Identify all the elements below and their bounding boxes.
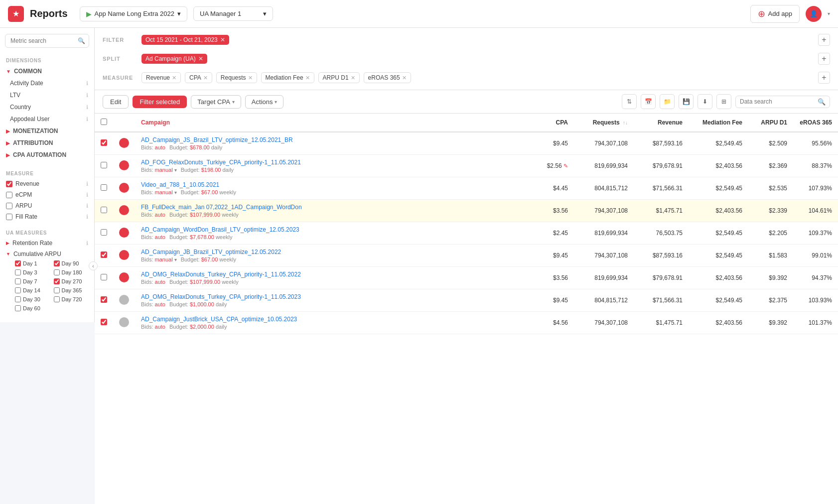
toggle-button[interactable]	[119, 183, 129, 193]
day-30-item[interactable]: Day 30	[15, 295, 50, 303]
data-search-input[interactable]	[740, 98, 815, 105]
campaign-name[interactable]: Video_ad_788_1_10.05.2021	[141, 181, 528, 188]
toggle-button[interactable]	[119, 250, 129, 260]
row-checkbox-cell[interactable]	[95, 155, 113, 177]
close-icon[interactable]: ✕	[198, 55, 203, 62]
sidebar-item-country[interactable]: Country ℹ	[0, 101, 94, 113]
row-checkbox-cell[interactable]	[95, 245, 113, 267]
split-add-button[interactable]: +	[818, 53, 830, 65]
day-365-item[interactable]: Day 365	[54, 286, 89, 294]
retention-header[interactable]: ▶ Retention Rate ℹ	[6, 240, 88, 247]
row-checkbox-cell[interactable]	[95, 267, 113, 289]
day-720-item[interactable]: Day 720	[54, 295, 89, 303]
toggle-button[interactable]	[119, 272, 129, 282]
campaign-name[interactable]: AD_OMG_RelaxDonuts_Turkey_CPA_priority-1…	[141, 293, 528, 300]
toggle-button[interactable]	[119, 295, 129, 305]
row-checkbox-cell[interactable]	[95, 132, 113, 155]
row-checkbox-cell[interactable]	[95, 200, 113, 222]
toggle-button[interactable]	[119, 160, 129, 170]
row-toggle-cell[interactable]	[113, 155, 135, 177]
row-checkbox-cell[interactable]	[95, 222, 113, 245]
sidebar-measure-arpu[interactable]: ARPU ℹ	[0, 200, 94, 211]
sidebar-measure-revenue[interactable]: Revenue ℹ	[0, 178, 94, 189]
user-avatar[interactable]: 👤	[806, 6, 822, 22]
day-3-item[interactable]: Day 3	[15, 268, 50, 276]
campaign-name[interactable]: AD_OMG_RelaxDonuts_Turkey_CPA_priority-1…	[141, 271, 528, 278]
th-requests[interactable]: Requests ↑↓	[574, 114, 634, 132]
sidebar-item-appodeal-user[interactable]: Appodeal User ℹ	[0, 113, 94, 125]
campaign-name[interactable]: FB_FullDeck_main_Jan 07,2022_1AD_Campaig…	[141, 204, 528, 211]
day-180-item[interactable]: Day 180	[54, 268, 89, 276]
monetization-group-header[interactable]: ▶ MONETIZATION	[0, 125, 94, 137]
toggle-button[interactable]	[119, 228, 129, 238]
filter-selected-button[interactable]: Filter selected	[133, 96, 187, 108]
attribution-group-header[interactable]: ▶ ATTRIBUTION	[0, 137, 94, 149]
target-cpa-dropdown[interactable]: Target CPA ▾	[191, 95, 241, 109]
th-select-all[interactable]	[95, 114, 113, 132]
measure-chip-requests[interactable]: Requests ✕	[216, 72, 257, 83]
row-toggle-cell[interactable]	[113, 245, 135, 267]
measure-add-button[interactable]: +	[818, 72, 830, 84]
actions-dropdown[interactable]: Actions ▾	[245, 95, 284, 109]
day-1-item[interactable]: Day 1	[15, 259, 50, 267]
day-7-item[interactable]: Day 7	[15, 277, 50, 285]
day-270-item[interactable]: Day 270	[54, 277, 89, 285]
row-toggle-cell[interactable]	[113, 222, 135, 245]
ua-selector[interactable]: UA Manager 1 ▾	[193, 6, 273, 21]
row-toggle-cell[interactable]	[113, 289, 135, 312]
sidebar-measure-fill-rate[interactable]: Fill Rate ℹ	[0, 211, 94, 222]
sidebar-item-activity-date[interactable]: Activity Date ℹ	[0, 77, 94, 89]
common-group-header[interactable]: ▼ COMMON	[0, 65, 94, 77]
add-app-button[interactable]: ⊕ Add app	[750, 5, 800, 23]
campaign-name[interactable]: AD_Campaign_JustBrick_USA_CPA_optimize_1…	[141, 316, 528, 323]
measure-chip-eroas-365[interactable]: eROAS 365 ✕	[364, 72, 411, 83]
row-checkbox-cell[interactable]	[95, 289, 113, 312]
measure-chip-cpa[interactable]: CPA ✕	[185, 72, 212, 83]
sort-icon-button[interactable]: ⇅	[622, 94, 637, 109]
close-icon[interactable]: ✕	[203, 75, 208, 81]
day-14-item[interactable]: Day 14	[15, 286, 50, 294]
toggle-button[interactable]	[119, 138, 129, 148]
download-icon-button[interactable]: ⬇	[698, 94, 712, 109]
campaign-name[interactable]: AD_Campaign_JS_Brazil_LTV_optimize_12.05…	[141, 136, 528, 143]
edit-button[interactable]: Edit	[103, 95, 129, 109]
sidebar-collapse-button[interactable]: ‹	[89, 261, 98, 270]
toggle-button[interactable]	[119, 317, 129, 327]
close-icon[interactable]: ✕	[305, 75, 310, 81]
save-icon-button[interactable]: 💾	[679, 94, 694, 109]
calendar-icon-button[interactable]: 📅	[641, 94, 656, 109]
close-icon[interactable]: ✕	[172, 75, 176, 81]
row-toggle-cell[interactable]	[113, 132, 135, 155]
app-selector[interactable]: ▶ App Name Long Extra 2022 ▾	[80, 6, 187, 21]
measure-chip-revenue[interactable]: Revenue ✕	[141, 72, 181, 83]
close-icon[interactable]: ✕	[248, 75, 253, 81]
toggle-button[interactable]	[119, 205, 129, 215]
sidebar-measure-ecpm[interactable]: eCPM ℹ	[0, 189, 94, 200]
grid-icon-button[interactable]: ⊞	[716, 94, 731, 109]
cpa-edit-icon[interactable]: ✎	[563, 163, 568, 169]
filter-date-chip[interactable]: Oct 15 2021 - Oct 21, 2023 ✕	[141, 35, 229, 45]
close-icon[interactable]: ✕	[402, 75, 407, 81]
campaign-name[interactable]: AD_Campaign_WordDon_Brasil_LTV_optimize_…	[141, 226, 528, 233]
row-toggle-cell[interactable]	[113, 267, 135, 289]
close-icon[interactable]: ✕	[220, 36, 225, 43]
close-icon[interactable]: ✕	[351, 75, 355, 81]
folder-icon-button[interactable]: 📁	[660, 94, 675, 109]
row-checkbox-cell[interactable]	[95, 177, 113, 200]
row-toggle-cell[interactable]	[113, 200, 135, 222]
cumulative-header[interactable]: ▼ Cumulative ARPU	[6, 251, 88, 257]
day-90-item[interactable]: Day 90	[54, 259, 89, 267]
split-chip[interactable]: Ad Campaign (UA) ✕	[141, 54, 207, 64]
day-60-item[interactable]: Day 60	[15, 304, 50, 312]
filter-add-button[interactable]: +	[818, 34, 830, 46]
cpa-automation-group-header[interactable]: ▶ CPA AUTOMATION	[0, 149, 94, 161]
metric-search-input[interactable]	[5, 34, 89, 48]
campaign-name[interactable]: AD_Campaign_JB_Brazil_LTV_optimize_12.05…	[141, 249, 528, 255]
sidebar-item-ltv[interactable]: LTV ℹ	[0, 89, 94, 101]
row-toggle-cell[interactable]	[113, 312, 135, 334]
measure-chip-mediation-fee[interactable]: Mediation Fee ✕	[261, 72, 314, 83]
campaign-name[interactable]: AD_FOG_RelaxDonuts_Turkiye_CPA_priority-…	[141, 159, 528, 166]
measure-chip-arpu-d1[interactable]: ARPU D1 ✕	[318, 72, 360, 83]
row-checkbox-cell[interactable]	[95, 312, 113, 334]
row-toggle-cell[interactable]	[113, 177, 135, 200]
